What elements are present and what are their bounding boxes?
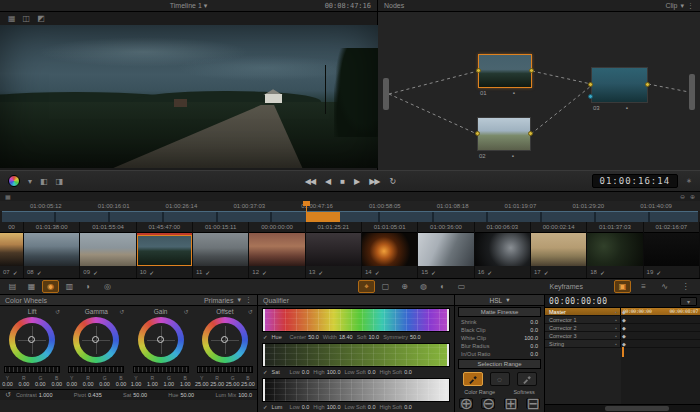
split-compare-icon[interactable]: ◨ [56,177,64,186]
channel-enabled-check[interactable]: ✓ [263,369,268,375]
clip-thumbnail[interactable] [644,233,699,266]
timeline-clip[interactable]: 00 07 ✓ [0,222,24,278]
nodes-menu-icon[interactable]: ⋮ [687,2,694,10]
matte-finesse-control[interactable]: Blur Radius 0.0 [455,342,544,350]
channel-enabled-check[interactable]: ✓ [263,334,268,340]
clip-thumbnail[interactable] [475,233,530,266]
palette-button[interactable]: ◉ [42,280,59,293]
keyframe-toolbar-button[interactable]: ≡ [635,280,652,293]
loop-button[interactable]: ↻ [390,177,396,186]
single-view-icon[interactable]: ▦ [8,14,16,23]
channel-value[interactable]: 0.00 [2,381,13,387]
timeline-selector[interactable]: Timeline 1 ▾ [0,2,377,10]
timeline-clip[interactable]: 01:00:06:03 16 ✓ [475,222,531,278]
clip-thumbnail[interactable] [362,233,417,266]
matte-finesse-control[interactable]: White Clip 100.0 [455,334,544,342]
wheels-mode-selector[interactable]: Primaries [204,297,234,304]
adjust-control[interactable]: Lum Mix 100.0 [215,392,252,398]
qualifier-field[interactable]: Low0.0 [290,369,310,375]
reset-icon[interactable]: ↺ [184,308,189,315]
reset-icon[interactable]: ↺ [119,308,124,315]
keyframe-view-selector[interactable]: ▾ [680,297,697,306]
color-balance-wheel[interactable] [201,316,249,364]
chevron-down-icon[interactable]: ▾ [680,2,684,10]
qualifier-field[interactable]: Low0.0 [290,404,310,410]
node-mode-selector[interactable]: Clip [665,2,677,9]
channel-value[interactable]: 0.00 [19,381,30,387]
color-balance-wheel[interactable] [8,316,56,364]
reset-icon[interactable]: ↺ [55,308,60,315]
channel-value[interactable]: 25.00 [210,381,224,387]
channel-value[interactable]: 0.00 [116,381,127,387]
clip-thumbnail[interactable] [193,233,248,266]
matte-finesse-control[interactable]: Black Clip 0.0 [455,326,544,334]
master-wheel[interactable] [197,366,253,373]
keyframe-diamond-icon[interactable]: ◆ [622,317,626,323]
master-wheel[interactable] [68,366,124,373]
matte-finesse-control[interactable]: Shrink 0.0 [455,318,544,326]
palette-button[interactable]: ▥ [61,280,78,293]
keyframe-track[interactable]: Corrector 2 ▪ ◆ [545,324,700,332]
play-button[interactable]: ▶ [354,177,359,186]
keyframe-scrollbar[interactable]: ▴ [545,404,700,412]
node-output-dot[interactable] [528,131,533,136]
track-timeline[interactable]: ◆ 00:00:00:00 00:00:08:07 [621,308,700,315]
timeline-clip[interactable]: 01:01:25:21 13 ✓ [306,222,362,278]
palette-button[interactable]: ▤ [4,280,21,293]
palette-button[interactable]: ▢ [377,280,394,293]
timeline-clip[interactable]: 01:01:55:04 09 ✓ [80,222,136,278]
palette-button[interactable]: ⊕ [396,280,413,293]
timeline-options-icon[interactable]: ▦ [5,193,11,200]
keyframe-toolbar-button[interactable]: ⋮ [677,280,694,293]
clip-thumbnail[interactable] [0,233,23,266]
palette-button[interactable]: ◍ [415,280,432,293]
timeline-clip[interactable]: 01:00:15:11 11 ✓ [193,222,249,278]
track-timeline[interactable]: ◆ [621,340,700,347]
qualifier-field[interactable]: High100.0 [313,369,340,375]
softness-add-button[interactable]: ⊞ [504,398,518,409]
qualifier-field[interactable]: Soft10.0 [357,334,380,340]
color-balance-wheel[interactable] [72,316,120,364]
adjust-control[interactable]: Pivot 0.435 [74,392,102,398]
clip-thumbnail[interactable] [306,233,361,266]
stop-button[interactable]: ■ [340,177,344,186]
qualifier-field[interactable]: High Soft0.0 [380,369,412,375]
clip-thumbnail[interactable] [531,233,586,266]
play-reverse-button[interactable]: ◀ [325,177,330,186]
palette-button[interactable]: ▭ [453,280,470,293]
adjust-control[interactable]: Sat 50.00 [123,392,147,398]
track-lock-icon[interactable]: ▪ [615,341,617,347]
channel-value[interactable]: 25.00 [195,381,209,387]
reset-icon[interactable]: ↺ [248,308,253,315]
keyframe-diamond-icon[interactable]: ◆ [622,333,626,339]
channel-value[interactable]: 0.00 [83,381,94,387]
timeline-clip[interactable]: 00:00:00:00 12 ✓ [249,222,305,278]
clip-thumbnail[interactable] [80,233,135,266]
qualifier-field[interactable]: Center50.0 [290,334,319,340]
channel-value[interactable]: 1.00 [131,381,142,387]
balance-indicator[interactable] [157,336,164,343]
softness-picker-button[interactable] [517,372,537,386]
previous-clip-button[interactable]: ◀◀ [305,177,315,186]
keyframe-toolbar-button[interactable]: ▣ [614,280,631,293]
timeline-zoom-out-icon[interactable]: ⊖ [680,193,685,200]
node-output-bar[interactable] [689,74,695,110]
keyframe-playhead[interactable] [622,347,624,357]
channel-value[interactable]: 0.00 [66,381,77,387]
palette-button[interactable]: ⌖ [358,280,375,293]
qualifier-range-strip[interactable] [262,378,450,402]
master-timecode[interactable]: 01:00:16:14 [592,174,679,188]
wipe-mode-icon[interactable]: ◧ [40,177,48,186]
viewer-options-icon[interactable]: ∗ [686,177,692,185]
keyframe-track[interactable]: Corrector 3 ▪ ◆ [545,332,700,340]
master-wheel[interactable] [4,366,60,373]
corrector-node-02[interactable] [477,117,531,151]
eyedropper-picker-button[interactable] [463,372,483,386]
video-frame[interactable] [0,25,378,168]
qualifier-field[interactable]: High Soft0.0 [380,404,412,410]
node-input-dot[interactable] [476,68,481,73]
reset-icon[interactable]: ↺ [5,391,11,399]
node-graph[interactable]: 01 ▪ 02 ▪ 03 ▪ [378,12,700,170]
node-input-dot[interactable] [475,131,480,136]
range-subtract-button[interactable]: ⊖ [481,398,495,409]
